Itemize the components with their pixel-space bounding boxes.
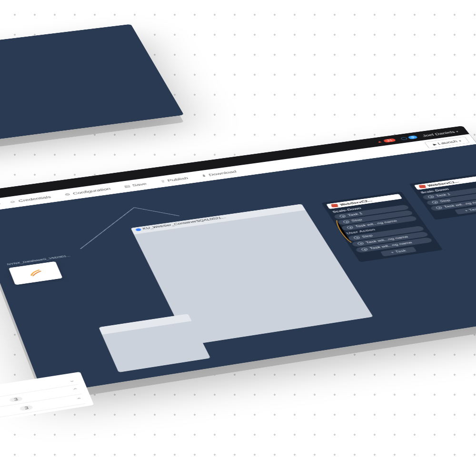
- chevron-icon: ⌃: [71, 387, 79, 392]
- save-icon: ▤: [123, 184, 130, 188]
- publish-icon: ⇪: [159, 179, 166, 183]
- bell-icon: ▲: [376, 140, 383, 143]
- gear-icon: ⚙: [64, 192, 71, 196]
- count-badge: 3: [9, 396, 23, 402]
- save-button[interactable]: ▤ Save: [118, 180, 153, 190]
- blueprint-main-label: KU_WebSer_ContainerSQAL0021...: [135, 216, 227, 231]
- credentials-icon: ⛭: [9, 200, 17, 204]
- task-item[interactable]: Task wit...ng name: [355, 237, 433, 253]
- download-icon: ⬇: [200, 173, 207, 177]
- service-icon: [331, 204, 338, 207]
- publish-label: Publish: [167, 176, 188, 182]
- database-node-label: NYNX_DatabaseG_VM2301...: [7, 254, 70, 266]
- download-label: Download: [208, 170, 237, 177]
- redo-icon[interactable]: ↻: [0, 201, 1, 206]
- refresh-icon: ◯: [400, 136, 408, 140]
- alerts-count: 31: [383, 138, 396, 143]
- status-dot-icon: [135, 228, 142, 231]
- chevron-icon: ⌃: [76, 397, 83, 402]
- count-badge: 3: [20, 405, 34, 411]
- service-icon: [419, 185, 426, 188]
- sync-badge[interactable]: ◯ 8: [400, 135, 418, 140]
- credentials-label: Credentials: [18, 195, 51, 202]
- task-panel-webservc1: WebServC1... Scale-Down Task 1 Stop Task…: [409, 173, 476, 220]
- add-task-button[interactable]: Task: [380, 247, 417, 257]
- sync-count: 8: [407, 135, 418, 139]
- database-node[interactable]: NYNX_DatabaseG_VM2301...: [9, 261, 63, 285]
- configuration-label: Configuration: [72, 187, 111, 195]
- database-icon: [27, 268, 45, 278]
- launch-label: Launch: [437, 140, 458, 145]
- alerts-badge[interactable]: ▲ 31: [376, 138, 396, 144]
- blueprint-container-small[interactable]: [99, 313, 210, 372]
- save-label: Save: [131, 182, 147, 187]
